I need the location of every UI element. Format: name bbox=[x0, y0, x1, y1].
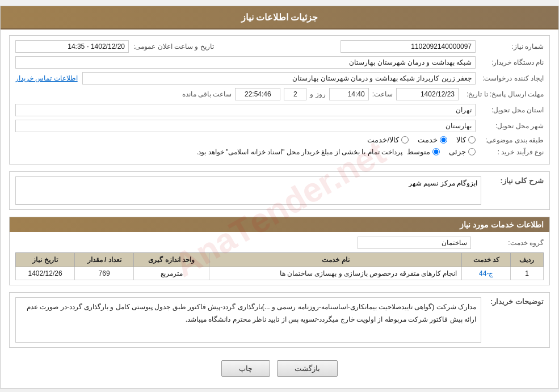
category-kala-khedmat: کالا/خدمت bbox=[367, 136, 409, 144]
col-header-row: ردیف bbox=[510, 253, 543, 267]
category-row: طبقه بندی موضوعی: کالا خدمت کالا/خدمت bbox=[15, 136, 544, 144]
services-section-body: گروه خدمت: ساختمان ردیف کد خدمت نام خدمت… bbox=[10, 232, 549, 285]
services-section: اطلاعات خدمات مورد نیاز گروه خدمت: ساختم… bbox=[9, 217, 550, 285]
table-row: 1 ج-44 انجام کارهای متفرقه درخصوص بازساز… bbox=[16, 267, 544, 280]
service-group-value: ساختمان bbox=[358, 237, 471, 249]
creator-row: ایجاد کننده درخواست: جعفر زرین کاربرداز … bbox=[15, 72, 544, 85]
need-description-textarea[interactable]: ابزوگام مرکز نسیم شهر bbox=[15, 176, 481, 205]
purchase-type-label: نوع فرآیند خرید : bbox=[476, 148, 544, 156]
category-kala-radio[interactable] bbox=[468, 136, 476, 144]
deadline-label: مهلت ارسال پاسخ: تا تاریخ: bbox=[459, 90, 544, 98]
province-value: تهران bbox=[15, 104, 476, 116]
deadline-days: 2 bbox=[284, 88, 306, 100]
category-options: کالا خدمت کالا/خدمت bbox=[367, 136, 476, 144]
category-kala-label: کالا bbox=[456, 136, 466, 144]
back-button[interactable]: بازگشت bbox=[277, 360, 338, 377]
purchase-motavasset-radio[interactable] bbox=[432, 148, 440, 155]
col-header-name: نام خدمت bbox=[209, 253, 462, 267]
deadline-time: 14:40 bbox=[329, 88, 369, 100]
category-kala-khedmat-label: کالا/خدمت bbox=[367, 136, 399, 144]
page-header: جزئیات اطلاعات نیاز bbox=[1, 6, 558, 29]
deadline-row: مهلت ارسال پاسخ: تا تاریخ: 1402/12/23 سا… bbox=[15, 88, 544, 100]
services-section-title: اطلاعات خدمات مورد نیاز bbox=[460, 220, 544, 229]
province-row: استان محل تحویل: تهران bbox=[15, 104, 544, 116]
buyer-org-row: نام دستگاه خریدار: شبکه بهداشت و درمان ش… bbox=[15, 56, 544, 69]
col-header-qty: تعداد / مقدار bbox=[75, 253, 134, 267]
category-khedmat: خدمت bbox=[418, 136, 447, 144]
cell-code: ج-44 bbox=[462, 267, 511, 280]
need-description-body: شرح کلی نیاز: ابزوگام مرکز نسیم شهر bbox=[10, 172, 549, 209]
contact-link[interactable]: اطلاعات تماس خریدار bbox=[15, 74, 78, 82]
purchase-jozee-label: جزئی bbox=[449, 147, 466, 156]
category-label: طبقه بندی موضوعی: bbox=[476, 136, 544, 144]
buyer-notes-value: مدارک شرکت (گواهی تاییدصلاحیت بیمانکاری-… bbox=[15, 297, 481, 343]
creator-label: ایجاد کننده درخواست: bbox=[476, 74, 544, 82]
announce-date-value: 1402/12/20 - 14:35 bbox=[15, 40, 129, 53]
announce-date-label: تاریخ و ساعت اعلان عمومی: bbox=[129, 43, 214, 50]
need-description-section: شرح کلی نیاز: ابزوگام مرکز نسیم شهر bbox=[9, 171, 550, 210]
page-title: جزئیات اطلاعات نیاز bbox=[241, 12, 318, 22]
category-kala: کالا bbox=[456, 136, 476, 144]
payment-note: پرداخت تمام یا بخشی از مبلغ خریدار محل "… bbox=[196, 148, 402, 156]
deadline-date: 1402/12/23 bbox=[396, 88, 459, 100]
purchase-type-row: نوع فرآیند خرید : جزئی متوسط پرداخت تمام… bbox=[15, 147, 544, 156]
footer-buttons: بازگشت چاپ bbox=[9, 355, 550, 382]
buyer-notes-label: توضیحات خریدار: bbox=[487, 297, 544, 306]
category-khedmat-label: خدمت bbox=[418, 136, 438, 144]
purchase-motavasset-label: متوسط bbox=[407, 147, 430, 156]
buyer-org-label: نام دستگاه خریدار: bbox=[476, 58, 544, 66]
buyer-notes-section: توضیحات خریدار: مدارک شرکت (گواهی تاییدص… bbox=[9, 292, 550, 348]
category-kala-khedmat-radio[interactable] bbox=[401, 136, 409, 144]
purchase-motavasset: متوسط bbox=[407, 147, 440, 156]
need-description-label: شرح کلی نیاز: bbox=[487, 176, 544, 185]
cell-unit: مترمربع bbox=[134, 267, 209, 280]
col-header-unit: واحد اندازه گیری bbox=[134, 253, 209, 267]
city-row: شهر محل تحویل: بهارستان bbox=[15, 120, 544, 132]
main-info-section: شماره نیاز: 1102092140000097 تاریخ و ساع… bbox=[9, 35, 550, 165]
need-number-row: شماره نیاز: 1102092140000097 تاریخ و ساع… bbox=[15, 40, 544, 53]
service-group-label: گروه خدمت: bbox=[476, 239, 544, 247]
creator-value: جعفر زرین کاربرداز شبکه بهداشت و درمان ش… bbox=[82, 72, 476, 85]
print-button[interactable]: چاپ bbox=[221, 360, 270, 377]
col-header-date: تاریخ نیاز bbox=[16, 253, 75, 267]
buyer-org-value: شبکه بهداشت و درمان شهرستان بهارستان bbox=[15, 56, 476, 69]
province-label: استان محل تحویل: bbox=[476, 106, 544, 114]
cell-name: انجام کارهای متفرقه درخصوص بازسازی و بهس… bbox=[209, 267, 462, 280]
cell-row-num: 1 bbox=[510, 267, 543, 280]
deadline-days-label: روز و bbox=[310, 90, 325, 98]
service-group-row: گروه خدمت: ساختمان bbox=[15, 237, 544, 249]
purchase-type-options: جزئی متوسط bbox=[407, 147, 476, 156]
category-khedmat-radio[interactable] bbox=[440, 136, 447, 144]
services-table: ردیف کد خدمت نام خدمت واحد اندازه گیری ت… bbox=[15, 252, 544, 280]
city-value: بهارستان bbox=[15, 120, 476, 132]
buyer-notes-body: توضیحات خریدار: مدارک شرکت (گواهی تاییدص… bbox=[10, 293, 549, 347]
deadline-remaining: 22:54:46 bbox=[235, 88, 280, 100]
deadline-remaining-label: ساعت باقی مانده bbox=[182, 90, 232, 98]
deadline-time-label: ساعت: bbox=[372, 90, 393, 98]
city-label: شهر محل تحویل: bbox=[476, 122, 544, 130]
services-section-header: اطلاعات خدمات مورد نیاز bbox=[10, 217, 549, 232]
main-info-body: شماره نیاز: 1102092140000097 تاریخ و ساع… bbox=[10, 36, 549, 164]
purchase-jozee-radio[interactable] bbox=[468, 148, 476, 155]
cell-qty: 769 bbox=[75, 267, 134, 280]
col-header-code: کد خدمت bbox=[462, 253, 511, 267]
need-number-label: شماره نیاز: bbox=[476, 43, 544, 50]
cell-date: 1402/12/26 bbox=[16, 267, 75, 280]
need-number-value: 1102092140000097 bbox=[341, 40, 476, 53]
purchase-jozee: جزئی bbox=[449, 147, 476, 156]
